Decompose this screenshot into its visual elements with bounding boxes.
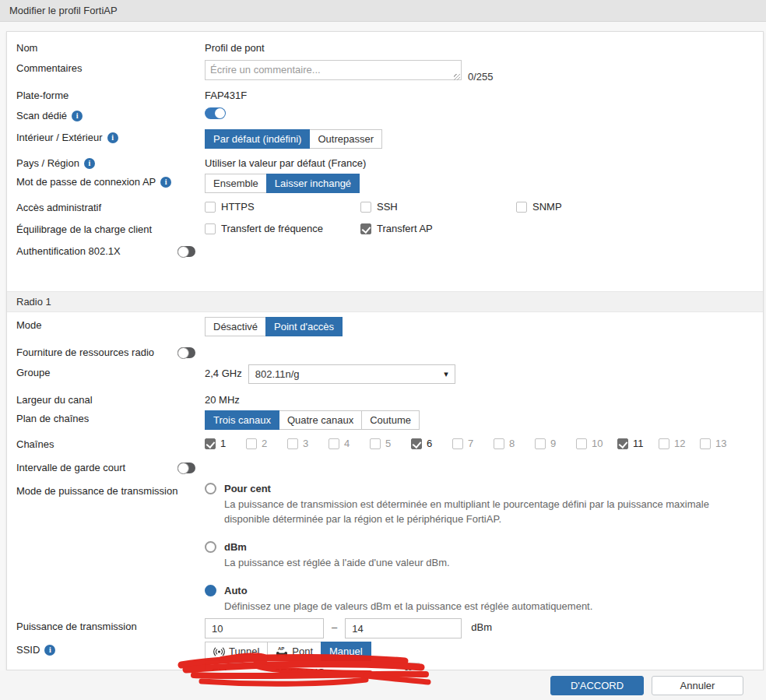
tx-power-min-input[interactable] [205,618,324,638]
channel-1-checkbox[interactable]: 1 [205,438,246,449]
channel-10-checkbox[interactable]: 10 [576,438,617,449]
nom-label: Nom [16,40,205,54]
checkbox-icon[interactable] [452,438,463,449]
snmp-checkbox[interactable]: SNMP [516,199,562,213]
ssid-manual-button[interactable]: Manuel [321,642,371,661]
placement-default-button[interactable]: Par défaut (indéfini) [205,129,310,149]
band-select[interactable]: 802.11n/g ▾ [248,364,455,384]
plan-three-channels-button[interactable]: Trois canaux [205,410,279,430]
checkbox-checked-icon[interactable] [617,438,628,449]
cancel-button[interactable]: Annuler [652,676,743,695]
row-channel-plan: Plan de chaînes Trois canaux Quatre cana… [16,410,763,430]
ssid-bridge-button[interactable]: AP Pont [267,642,322,661]
comment-input[interactable] [205,60,462,80]
channel-11-checkbox[interactable]: 11 [617,438,659,449]
checkbox-icon[interactable] [494,438,504,449]
channel-4-checkbox[interactable]: 4 [329,438,370,449]
mode-disabled-button[interactable]: Désactivé [205,317,266,336]
commentaires-label: Commentaires [16,60,205,74]
channel-3-checkbox[interactable]: 3 [287,438,329,449]
interieur-exterieur-label: Intérieur / Extérieur [16,132,103,143]
row-load-balancing: Équilibrage de la charge client Transfer… [16,221,763,235]
dialog-title: Modifier le profil FortiAP [0,0,766,22]
info-icon[interactable]: i [72,111,83,121]
short-guard-interval-toggle[interactable] [177,463,195,473]
tx-power-label: Puissance de transmission [16,618,205,632]
checkbox-icon[interactable] [329,438,339,449]
tx-power-unit: dBm [471,618,492,633]
band-select-value: 802.11n/g [255,368,300,380]
placement-override-button[interactable]: Outrepasser [309,129,382,149]
row-scan-dedie: Scan dédié i [16,107,763,121]
checkbox-checked-icon[interactable] [205,438,216,449]
short-guard-interval-label: Intervalle de garde court [16,462,125,473]
channel-7-checkbox[interactable]: 7 [452,438,494,449]
tx-power-auto-desc: Définissez une plage de valeurs dBm et l… [224,600,738,614]
row-nom: Nom Profil de pont [16,40,763,54]
ok-button[interactable]: D'ACCORD [550,676,644,695]
password-set-button[interactable]: Ensemble [205,174,267,193]
checkbox-icon[interactable] [287,438,298,449]
band-frequency-label: 2,4 GHz [205,364,242,379]
ap-handoff-checkbox[interactable]: Transfert AP [360,221,433,234]
radio-button-selected-icon[interactable] [205,585,216,596]
info-icon[interactable]: i [44,645,55,656]
channel-12-checkbox[interactable]: 12 [659,438,700,449]
password-unchanged-button[interactable]: Laisser inchangé [266,174,360,193]
checkbox-icon[interactable] [370,438,381,449]
row-ap-password: Mot de passe de connexion AP i Ensemble … [16,174,763,193]
info-icon[interactable]: i [107,132,118,143]
channel-plan-label: Plan de chaînes [16,410,205,424]
row-tx-power: Puissance de transmission – dBm [16,618,763,638]
ssh-checkbox[interactable]: SSH [360,199,516,213]
row-admin-access: Accès administratif HTTPS SSH SNMP [16,199,763,213]
channel-8-checkbox[interactable]: 8 [494,438,535,449]
pays-region-value: Utiliser la valeur par défaut (France) [205,155,366,169]
broadcast-icon [213,647,225,656]
frequency-handoff-checkbox[interactable]: Transfert de fréquence [205,221,360,234]
checkbox-icon[interactable] [700,438,711,449]
checkbox-icon[interactable] [659,438,669,449]
dialog-footer: D'ACCORD Annuler [0,670,766,700]
tx-power-auto-option[interactable]: Auto Définissez une plage de valeurs dBm… [205,585,763,614]
channel-2-checkbox[interactable]: 2 [246,438,287,449]
https-checkbox[interactable]: HTTPS [205,199,360,213]
plan-four-channels-button[interactable]: Quatre canaux [279,410,362,430]
info-icon[interactable]: i [84,158,95,169]
tx-power-mode-label: Mode de puissance de transmission [16,483,205,497]
checkbox-icon[interactable] [535,438,546,449]
ssid-tunnel-button[interactable]: Tunnel [205,642,268,661]
tx-power-dbm-option[interactable]: dBm La puissance est réglée à l'aide d'u… [205,541,763,571]
ssid-label: SSID [16,644,40,656]
channel-5-checkbox[interactable]: 5 [370,438,411,449]
checkbox-icon[interactable] [246,438,257,449]
scan-dedie-toggle[interactable] [205,107,226,119]
plan-custom-button[interactable]: Coutume [361,410,420,430]
channel-6-checkbox[interactable]: 6 [411,438,452,449]
8021x-auth-label: Authentification 802.1X [16,245,121,257]
channel-13-checkbox[interactable]: 13 [700,438,741,449]
8021x-auth-toggle[interactable] [177,246,195,257]
mode-ap-button[interactable]: Point d'accès [265,317,343,336]
row-pays-region: Pays / Région i Utiliser la valeur par d… [16,155,763,169]
channels-label: Chaînes [16,436,205,450]
radio-button-icon[interactable] [205,483,216,494]
chevron-down-icon: ▾ [444,369,448,379]
row-8021x-auth: Authentification 802.1X [16,243,763,257]
radio-button-icon[interactable] [205,541,216,553]
checkbox-icon[interactable] [516,202,527,213]
checkbox-icon[interactable] [576,438,587,449]
radio-resource-provision-toggle[interactable] [177,347,195,358]
tx-power-max-input[interactable] [345,618,462,638]
info-icon[interactable]: i [160,177,171,188]
checkbox-checked-icon[interactable] [411,438,422,449]
plateforme-label: Plate-forme [16,87,205,101]
checkbox-checked-icon[interactable] [360,223,371,234]
checkbox-icon[interactable] [360,202,371,213]
radio-resource-provision-label: Fourniture de ressources radio [16,346,154,358]
tx-power-percent-option[interactable]: Pour cent La puissance de transmission e… [205,483,763,527]
admin-access-label: Accès administratif [16,199,205,213]
channel-9-checkbox[interactable]: 9 [535,438,576,449]
checkbox-icon[interactable] [205,202,216,213]
checkbox-icon[interactable] [205,223,216,234]
